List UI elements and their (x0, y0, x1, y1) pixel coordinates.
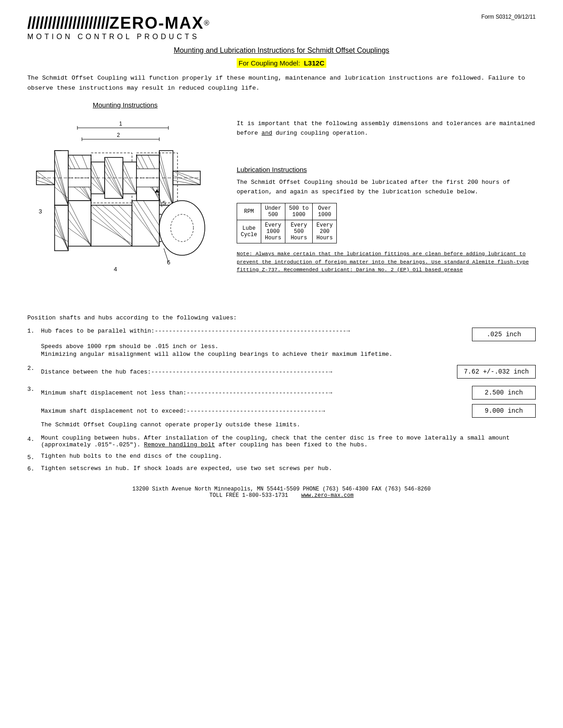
model-value: L312C (304, 59, 325, 67)
table-header-over1000: Over1000 (313, 203, 337, 220)
svg-line-11 (55, 169, 68, 205)
svg-line-68 (55, 226, 68, 248)
note-text: Note: Always make certain that the lubri… (237, 250, 536, 273)
svg-line-18 (36, 180, 50, 185)
list-number-4: 4. (27, 436, 35, 443)
model-prefix: For Coupling Model: (238, 59, 300, 67)
list-number-6: 6. (27, 465, 35, 472)
svg-line-98 (164, 248, 168, 262)
footer-website[interactable]: www.zero-max.com (301, 492, 354, 499)
table-header-under500: Under500 (261, 203, 285, 220)
value-box-2500: 2.500 inch (472, 386, 536, 399)
list-number-1: 1. (27, 328, 35, 334)
list-item-1-text: Hub faces to be parallel within:--------… (41, 328, 350, 334)
svg-line-63 (175, 171, 200, 180)
svg-text:1: 1 (119, 121, 122, 127)
svg-text:2: 2 (117, 132, 120, 138)
svg-line-67 (55, 219, 68, 251)
svg-line-13 (55, 187, 68, 198)
svg-text:4: 4 (114, 266, 117, 273)
logo-brand: ZERO-MAX (109, 14, 204, 33)
footer-address: 13200 Sixth Avenue North Minneapolis, MN… (27, 486, 536, 492)
list-item-4: Mount coupling between hubs. After insta… (41, 435, 536, 453)
position-section: Position shafts and hubs according to th… (27, 314, 536, 472)
value-box-025: .025 inch (472, 328, 536, 341)
svg-line-10 (55, 160, 68, 205)
value-box-9000: 9.000 inch (472, 404, 536, 418)
svg-line-57 (159, 169, 173, 205)
table-header-500to1000: 500 to1000 (285, 203, 313, 220)
footer-tollfree: TOLL FREE 1-800-533-1731 (209, 492, 288, 499)
table-cell-every500: Every500Hours (285, 220, 313, 243)
mounting-section-title: Mounting Instructions (27, 101, 223, 109)
list-item-2-text: Distance between the hub faces:---------… (41, 369, 332, 375)
assembly-text: It is important that the following assem… (237, 119, 536, 138)
footer: 13200 Sixth Avenue North Minneapolis, MN… (27, 486, 536, 499)
lube-schedule-table: RPM Under500 500 to1000 Over1000 LubeCyc… (237, 203, 337, 243)
list-item-3-min-text: Minimum shaft displacement not less than… (41, 389, 332, 396)
list-item-1-sub1: Speeds above 1000 rpm should be .015 inc… (41, 343, 536, 350)
assembly-underline: and (262, 130, 272, 136)
svg-line-61 (173, 176, 200, 185)
intro-text: The Schmidt Offset Coupling will functio… (27, 73, 536, 93)
form-number: Form S0312_09/12/11 (482, 14, 536, 20)
table-cell-every1000: Every1000Hours (261, 220, 285, 243)
main-title: Mounting and Lubrication Instructions fo… (27, 46, 536, 55)
svg-line-56 (159, 160, 173, 205)
list-number-2: 2. (27, 365, 35, 372)
value-box-762: 7.62 +/-.032 inch (457, 365, 536, 379)
table-cell-every200: Every200Hours (313, 220, 337, 243)
table-header-rpm: RPM (237, 203, 261, 220)
lubrication-section-title: Lubrication Instructions (237, 166, 536, 173)
list-number-3: 3. (27, 386, 35, 393)
svg-line-69 (55, 235, 68, 242)
motion-control-label: MOTION CONTROL PRODUCTS (27, 33, 199, 41)
list-item-1-sub2: Minimizing angular misalignment will all… (41, 351, 536, 358)
list-item-3-max-text: Maximum shaft displacement not to exceed… (41, 408, 325, 415)
svg-text:3: 3 (39, 208, 42, 215)
list-number-5: 5. (27, 454, 35, 461)
reg-mark: ® (204, 19, 209, 27)
list-item-6: Tighten setscrews in hub. If shock loads… (41, 464, 536, 472)
lubrication-text: The Schmidt Offset Coupling should be lu… (237, 178, 536, 197)
technical-diagram: 1 2 (27, 114, 218, 305)
svg-point-88 (159, 201, 205, 255)
position-intro: Position shafts and hubs according to th… (27, 314, 536, 321)
coupling-model-line: For Coupling Model: L312C (27, 59, 536, 67)
logo-slashes: //////////////////// (27, 14, 109, 33)
svg-text:5: 5 (162, 200, 166, 207)
svg-line-65 (55, 205, 68, 251)
list-item-5: Tighten hub bolts to the end discs of th… (41, 453, 536, 464)
list-item-3-sub: The Schmidt Offset Coupling cannot opera… (41, 421, 536, 428)
table-cell-lube-cycle: LubeCycle (237, 220, 261, 243)
